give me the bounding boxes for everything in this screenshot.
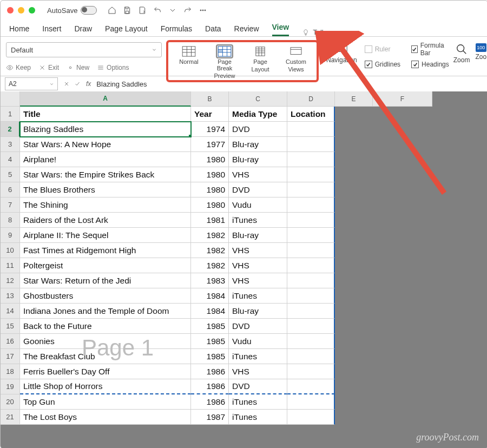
cell-C21[interactable]: iTunes: [229, 410, 287, 425]
cell-E6[interactable]: [335, 182, 373, 197]
cell-E4[interactable]: [335, 152, 373, 167]
cell-A6[interactable]: The Blues Brothers: [20, 182, 191, 197]
column-header-D[interactable]: D: [287, 91, 335, 107]
row-header-18[interactable]: 18: [1, 364, 20, 379]
cell-A3[interactable]: Star Wars: A New Hope: [20, 137, 191, 152]
enter-icon[interactable]: [74, 81, 81, 87]
cell-F16[interactable]: [373, 334, 432, 349]
cell-C14[interactable]: Blu-ray: [229, 304, 287, 319]
cell-D16[interactable]: [287, 334, 335, 349]
cell-E7[interactable]: [335, 197, 373, 213]
cell-E18[interactable]: [335, 364, 373, 379]
cell-E15[interactable]: [335, 319, 373, 334]
row-header-10[interactable]: 10: [1, 243, 20, 258]
cell-E17[interactable]: [335, 349, 373, 364]
row-header-12[interactable]: 12: [1, 273, 20, 288]
ruler-checkbox[interactable]: Ruler: [365, 43, 400, 55]
cell-E14[interactable]: [335, 304, 373, 319]
redo-icon[interactable]: [183, 6, 192, 15]
cell-F20[interactable]: [373, 394, 432, 410]
name-box[interactable]: A2: [5, 77, 58, 90]
cell-C15[interactable]: DVD: [229, 319, 287, 334]
cell-C4[interactable]: Blu-ray: [229, 152, 287, 167]
row-header-8[interactable]: 8: [1, 213, 20, 228]
custom-views-button[interactable]: Custom Views: [281, 45, 311, 73]
cell-B9[interactable]: 1982: [191, 228, 229, 243]
headings-checkbox[interactable]: Headings: [411, 58, 449, 70]
cell-E20[interactable]: [335, 394, 373, 410]
row-header-20[interactable]: 20: [1, 394, 20, 410]
cell-C3[interactable]: Blu-ray: [229, 137, 287, 152]
row-header-15[interactable]: 15: [1, 319, 20, 334]
gridlines-checkbox[interactable]: Gridlines: [365, 58, 400, 70]
new-button[interactable]: New: [67, 64, 89, 71]
row-header-16[interactable]: 16: [1, 334, 20, 349]
cell-E19[interactable]: [335, 379, 373, 394]
cell-B19[interactable]: 1986: [191, 379, 229, 394]
cell-C2[interactable]: DVD: [229, 122, 287, 137]
cell-F4[interactable]: [373, 152, 432, 167]
cell-D19[interactable]: [287, 379, 335, 394]
cell-A17[interactable]: The Breakfast Club: [20, 349, 191, 364]
row-header-1[interactable]: 1: [1, 107, 20, 122]
cell-B5[interactable]: 1980: [191, 167, 229, 182]
cell-A2[interactable]: Blazing Saddles: [20, 122, 191, 137]
cell-A7[interactable]: The Shining: [20, 197, 191, 213]
cell-F1[interactable]: [373, 107, 432, 122]
row-header-7[interactable]: 7: [1, 197, 20, 213]
autosave-toggle[interactable]: AutoSave: [47, 6, 97, 15]
tab-insert[interactable]: Insert: [42, 24, 61, 36]
options-button[interactable]: Options: [97, 64, 129, 71]
cell-A18[interactable]: Ferris Bueller's Day Off: [20, 364, 191, 379]
row-header-19[interactable]: 19: [1, 379, 20, 394]
window-minimize-dot[interactable]: [18, 7, 24, 14]
cell-B21[interactable]: 1987: [191, 410, 229, 425]
cell-B2[interactable]: 1974: [191, 122, 229, 137]
cell-A11[interactable]: Poltergeist: [20, 258, 191, 273]
cell-F13[interactable]: [373, 288, 432, 304]
row-header-9[interactable]: 9: [1, 228, 20, 243]
save-icon[interactable]: [123, 6, 131, 15]
tab-data[interactable]: Data: [205, 24, 221, 36]
cell-E11[interactable]: [335, 258, 373, 273]
cell-B17[interactable]: 1985: [191, 349, 229, 364]
cell-E3[interactable]: [335, 137, 373, 152]
cell-B20[interactable]: 1986: [191, 394, 229, 410]
cell-A13[interactable]: Ghostbusters: [20, 288, 191, 304]
row-header-17[interactable]: 17: [1, 349, 20, 364]
cell-D3[interactable]: [287, 137, 335, 152]
cell-A20[interactable]: Top Gun: [20, 394, 191, 410]
cell-B18[interactable]: 1986: [191, 364, 229, 379]
cell-E8[interactable]: [335, 213, 373, 228]
cell-D4[interactable]: [287, 152, 335, 167]
cell-F5[interactable]: [373, 167, 432, 182]
cell-C7[interactable]: Vudu: [229, 197, 287, 213]
cell-A1[interactable]: Title: [20, 107, 191, 122]
cell-F19[interactable]: [373, 379, 432, 394]
cell-D20[interactable]: [287, 394, 335, 410]
page-layout-button[interactable]: Page Layout: [245, 45, 275, 73]
formula-bar-checkbox[interactable]: Formula Bar: [411, 43, 449, 55]
cell-E13[interactable]: [335, 288, 373, 304]
cell-A5[interactable]: Star Wars: the Empire Strikes Back: [20, 167, 191, 182]
page-break-preview-button[interactable]: Page Break Preview: [209, 45, 240, 79]
cell-D11[interactable]: [287, 258, 335, 273]
zoom-button[interactable]: Zoom: [453, 43, 470, 64]
cell-F12[interactable]: [373, 273, 432, 288]
cell-A10[interactable]: Fast Times at Ridgemont High: [20, 243, 191, 258]
cell-B4[interactable]: 1980: [191, 152, 229, 167]
cell-D7[interactable]: [287, 197, 335, 213]
cell-E5[interactable]: [335, 167, 373, 182]
cell-A14[interactable]: Indiana Jones and the Temple of Doom: [20, 304, 191, 319]
cell-C11[interactable]: VHS: [229, 258, 287, 273]
cell-B8[interactable]: 1981: [191, 213, 229, 228]
zoom-100-button[interactable]: 100 Zoo: [475, 43, 486, 61]
cell-B3[interactable]: 1977: [191, 137, 229, 152]
undo-icon[interactable]: [153, 6, 162, 15]
row-header-2[interactable]: 2: [1, 122, 20, 137]
row-header-3[interactable]: 3: [1, 137, 20, 152]
cell-C13[interactable]: iTunes: [229, 288, 287, 304]
cell-D17[interactable]: [287, 349, 335, 364]
normal-view-button[interactable]: Normal: [174, 45, 204, 65]
cell-F3[interactable]: [373, 137, 432, 152]
